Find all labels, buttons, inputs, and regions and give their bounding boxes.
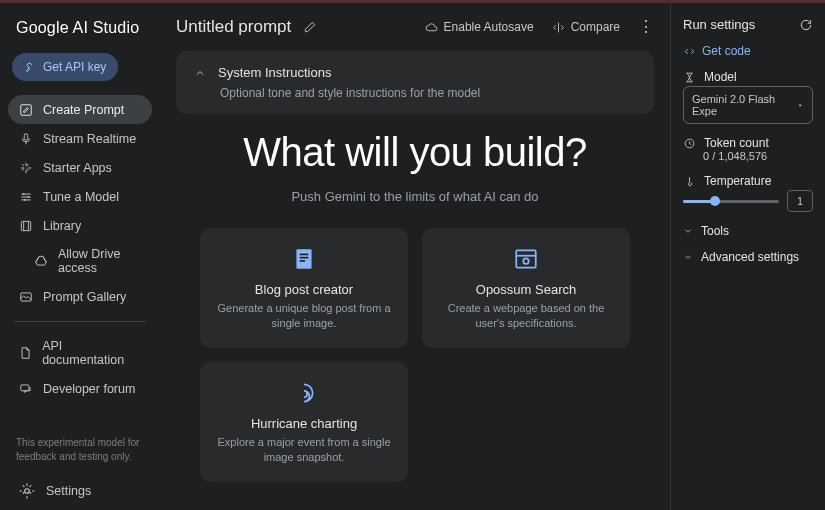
refresh-icon[interactable] — [799, 18, 813, 32]
system-instructions-title: System Instructions — [218, 65, 331, 80]
svg-rect-1 — [24, 133, 28, 139]
sidebar-item-library[interactable]: Library — [8, 211, 152, 240]
model-icon — [683, 71, 696, 84]
svg-point-8 — [25, 489, 30, 494]
system-instructions-block[interactable]: System Instructions Optional tone and st… — [176, 51, 654, 114]
get-code-link[interactable]: Get code — [683, 44, 813, 58]
mic-icon — [18, 131, 33, 146]
token-count-label: Token count — [704, 136, 769, 150]
temperature-value[interactable]: 1 — [787, 190, 813, 212]
card-blog-post-creator[interactable]: Blog post creator Generate a unique blog… — [200, 228, 408, 348]
divider — [14, 321, 146, 322]
svg-rect-9 — [296, 249, 311, 269]
sidebar-item-label: Create Prompt — [43, 103, 124, 117]
svg-rect-11 — [300, 257, 309, 259]
get-api-key-label: Get API key — [43, 60, 106, 74]
thermometer-icon — [683, 175, 696, 188]
svg-rect-7 — [20, 384, 28, 390]
model-label: Model — [704, 70, 737, 84]
sidebar: Google AI Studio Get API key Create Prom… — [0, 3, 160, 510]
doc-icon — [18, 346, 32, 361]
sidebar-item-starter-apps[interactable]: Starter Apps — [8, 153, 152, 182]
model-select[interactable]: Gemini 2.0 Flash Expe — [683, 86, 813, 124]
hurricane-icon — [291, 380, 317, 406]
card-desc: Create a webpage based on the user's spe… — [436, 301, 616, 332]
token-count-value: 0 / 1,048,576 — [703, 150, 813, 162]
hero-title: What will you build? — [176, 130, 654, 175]
sidebar-item-allow-drive[interactable]: Allow Drive access — [8, 240, 152, 282]
chevron-down-icon — [683, 226, 693, 236]
svg-point-3 — [27, 196, 29, 198]
cloud-icon — [425, 21, 438, 34]
main-area: Untitled prompt Enable Autosave Compare … — [160, 3, 670, 510]
browser-icon — [513, 246, 539, 272]
card-title: Hurricane charting — [214, 416, 394, 431]
card-desc: Generate a unique blog post from a singl… — [214, 301, 394, 332]
sidebar-item-create-prompt[interactable]: Create Prompt — [8, 95, 152, 124]
card-opossum-search[interactable]: Opossum Search Create a webpage based on… — [422, 228, 630, 348]
sliders-icon — [18, 189, 33, 204]
sidebar-item-dev-forum[interactable]: Developer forum — [8, 374, 152, 403]
system-instructions-placeholder: Optional tone and style instructions for… — [220, 86, 636, 100]
sidebar-item-label: API documentation — [42, 339, 142, 367]
example-cards: Blog post creator Generate a unique blog… — [176, 228, 654, 482]
chevron-down-icon — [796, 101, 804, 110]
sidebar-item-tune-model[interactable]: Tune a Model — [8, 182, 152, 211]
sidebar-item-settings[interactable]: Settings — [8, 472, 152, 510]
prompt-title: Untitled prompt — [176, 17, 291, 37]
autosave-label: Enable Autosave — [444, 20, 534, 34]
sidebar-item-label: Allow Drive access — [58, 247, 142, 275]
system-instructions-header[interactable]: System Instructions — [194, 65, 636, 80]
model-value: Gemini 2.0 Flash Expe — [692, 93, 796, 117]
sidebar-item-label: Tune a Model — [43, 190, 119, 204]
gear-icon — [18, 482, 36, 500]
run-settings-title: Run settings — [683, 17, 755, 32]
enable-autosave-button[interactable]: Enable Autosave — [425, 20, 534, 34]
gallery-icon — [18, 289, 33, 304]
card-desc: Explore a major event from a single imag… — [214, 435, 394, 466]
compare-label: Compare — [571, 20, 620, 34]
pencil-box-icon — [18, 102, 33, 117]
document-icon — [291, 246, 317, 272]
content-scroll: System Instructions Optional tone and st… — [160, 51, 670, 510]
svg-point-4 — [23, 199, 25, 201]
more-menu-icon[interactable]: ⋮ — [638, 19, 654, 35]
forum-icon — [18, 381, 33, 396]
advanced-settings-expander[interactable]: Advanced settings — [683, 250, 813, 264]
sidebar-item-label: Developer forum — [43, 382, 135, 396]
sidebar-item-api-docs[interactable]: API documentation — [8, 332, 152, 374]
temperature-slider[interactable] — [683, 194, 779, 208]
sidebar-item-label: Stream Realtime — [43, 132, 136, 146]
tools-label: Tools — [701, 224, 729, 238]
sidebar-note: This experimental model for feedback and… — [8, 428, 152, 472]
sidebar-item-stream-realtime[interactable]: Stream Realtime — [8, 124, 152, 153]
chevron-down-icon — [683, 252, 693, 262]
get-code-label: Get code — [702, 44, 751, 58]
sidebar-item-prompt-gallery[interactable]: Prompt Gallery — [8, 282, 152, 311]
hero-subtitle: Push Gemini to the limits of what AI can… — [176, 189, 654, 204]
compare-button[interactable]: Compare — [552, 20, 620, 34]
advanced-label: Advanced settings — [701, 250, 799, 264]
svg-rect-10 — [300, 254, 309, 256]
svg-rect-0 — [20, 104, 31, 115]
tools-expander[interactable]: Tools — [683, 224, 813, 238]
header: Untitled prompt Enable Autosave Compare … — [160, 3, 670, 51]
code-icon — [683, 45, 696, 58]
sidebar-item-label: Library — [43, 219, 81, 233]
edit-title-icon[interactable] — [303, 20, 317, 34]
svg-rect-5 — [21, 221, 30, 230]
sidebar-item-label: Prompt Gallery — [43, 290, 126, 304]
temperature-label: Temperature — [704, 174, 771, 188]
get-api-key-button[interactable]: Get API key — [12, 53, 118, 81]
sidebar-item-label: Starter Apps — [43, 161, 112, 175]
token-icon — [683, 137, 696, 150]
card-title: Opossum Search — [436, 282, 616, 297]
svg-point-2 — [22, 193, 24, 195]
app-logo: Google AI Studio — [8, 15, 152, 53]
card-title: Blog post creator — [214, 282, 394, 297]
drive-icon — [34, 254, 48, 269]
card-hurricane-charting[interactable]: Hurricane charting Explore a major event… — [200, 362, 408, 482]
hero: What will you build? Push Gemini to the … — [176, 130, 654, 204]
library-icon — [18, 218, 33, 233]
sparkle-icon — [18, 160, 33, 175]
